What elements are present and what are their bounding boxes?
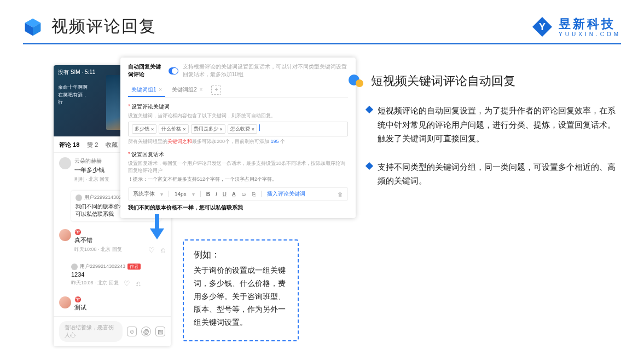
keyword-chip[interactable]: 怎么收费 × [228,124,257,134]
reply-output: 我们不同的版本价格不一样，您可以私信联系我 [128,204,348,211]
video-caption: 余命十年啊啊在笑吧有酒，行 [58,84,91,106]
brand-sub: YUUXIN.COM [559,31,621,37]
settings-hint: 支持根据评论的关键词设置回复话术，可以针对不同类型关键词设置回复话术，最多添加1… [183,63,348,78]
tab-likes[interactable]: 赞 2 [87,141,98,149]
tab-fav[interactable]: 收藏 [106,141,118,149]
page-header: 视频评论回复 Y 昱新科技 YUUXIN.COM [0,0,644,43]
heart-icon: ♡ ⎌ [148,246,165,254]
field-reply-label: *设置回复话术 [128,151,348,158]
image-icon[interactable]: ▧ [155,327,165,336]
settings-mockup: 自动回复关键词评论 支持根据评论的关键词设置回复话术，可以针对不同类型关键词设置… [120,58,356,218]
at-icon[interactable]: @ [141,327,151,336]
diamond-icon [365,162,373,169]
keyword-chip[interactable]: 多少钱 × [132,124,156,134]
insert-keyword-button[interactable]: 插入评论关键词 [267,190,305,198]
comment-text: 测试 [74,304,86,312]
author-tag: 作者 [127,264,141,270]
avatar-icon [71,264,78,270]
keyword-input[interactable]: 多少钱 × 什么价格 × 费用是多少 × 怎么收费 × [128,122,348,136]
comment-3: 用户2299214302243 作者 1234 昨天10:08 · 北京 回复♡… [54,259,171,292]
color-icon[interactable]: A [232,191,236,197]
comment-user: ♈ [74,296,86,302]
bullet-2: 支持不同类型的关键词分组，同一类问题，可设置多个相近的、高频的关键词。 [348,160,621,188]
svg-text:Y: Y [539,21,546,32]
reply-avatar-icon [76,194,82,201]
field-keyword-hint: 设置关键词，当评论框内容包含了以下关键词，则系统可自动回复。 [128,112,348,119]
comment-input[interactable]: 善语结善缘，恶言伤人心 [59,321,123,342]
cube-icon [23,17,43,37]
emoji-icon[interactable]: ☺ [241,191,247,197]
chat-bubble-icon [348,73,364,89]
close-icon[interactable]: × [158,87,163,93]
keyword-chip[interactable]: 费用是多少 × [191,124,225,134]
comment-meta: 昨天10:08 · 北京 回复♡ ⎌ [71,279,141,288]
status-bar: 没有 SIM · 5:11 [58,68,95,76]
example-callout: 例如： 关于询价的设置成一组关键词，多少钱、什么价格，费用多少等。关于咨询班型、… [183,239,299,341]
field-keyword-label: *设置评论关键词 [128,103,348,111]
page-title: 视频评论回复 [51,15,156,38]
section-header: 短视频关键词评论自动回复 [348,73,621,89]
text-cursor [259,124,260,131]
delete-icon[interactable]: 🗑 [338,191,343,197]
close-icon[interactable]: × [198,87,203,93]
svg-point-8 [356,79,363,87]
kw-tab-2[interactable]: 关键词组2 × [169,84,206,97]
bullet-1: 短视频评论的自动回复设置，为了提升作者的评论回复效率，在系统中针对常见的评论用户… [348,104,621,146]
svg-marker-6 [150,228,164,239]
section-title: 短视频关键词评论自动回复 [371,73,515,89]
brand-name: 昱新科技 [559,16,621,32]
bullet-text: 支持不同类型的关键词分组，同一类问题，可设置多个相近的、高频的关键词。 [378,160,621,188]
size-select[interactable]: 14px [175,191,187,197]
example-title: 例如： [194,249,288,261]
tab-comments[interactable]: 评论 18 [59,141,79,149]
emoji-icon[interactable]: ☺ [127,327,137,336]
settings-label: 自动回复关键词评论 [128,63,164,78]
right-column: 短视频关键词评论自动回复 短视频评论的自动回复设置，为了提升作者的评论回复效率，… [348,54,621,339]
brand-block: Y 昱新科技 YUUXIN.COM [531,16,621,38]
bullet-text: 短视频评论的自动回复设置，为了提升作者的评论回复效率，在系统中针对常见的评论用户… [378,104,621,146]
avatar [59,296,71,308]
underline-icon[interactable]: U [223,191,227,197]
brand-text-wrap: 昱新科技 YUUXIN.COM [559,16,621,37]
avatar [59,157,71,169]
mockup-area: 没有 SIM · 5:11 余命十年啊啊在笑吧有酒，行 评论 18 赞 2 收藏… [23,54,335,339]
field-reply-tip: ！提示：一个富文本框最多支持512个字符，一个汉字占用2个字符。 [128,176,348,183]
comment-user: 云朵的赫赫 [74,157,109,165]
left-column: 没有 SIM · 5:11 余命十年啊啊在笑吧有酒，行 评论 18 赞 2 收藏… [23,54,335,339]
editor-toolbar: 系统字体▾ 14px▾ B I U A ☺ ⎘ 插入评论关键词 🗑 [128,187,348,201]
keyword-footnote: 所有关键词组里的关键词之和最多可添加200个，目前剩余可添加 195 个 [128,138,348,145]
diamond-icon [365,106,373,113]
comment-text: 一年多少钱 [74,166,109,174]
comment-meta: 刚刚 · 北京 回复 [74,176,109,183]
comment-meta: 昨天10:08 · 北京 回复♡ ⎌ [74,246,165,254]
comment-4: ♈ 测试 [54,292,171,316]
comment-text: 1234 [71,271,141,278]
keyword-group-tabs: 关键词组1 × 关键词组2 × + [128,84,348,98]
arrow-down-icon [150,214,164,239]
header-left: 视频评论回复 [23,15,156,38]
kw-tab-1[interactable]: 关键词组1 × [128,84,165,97]
avatar [59,229,71,241]
keyword-chip[interactable]: 什么价格 × [159,124,188,134]
font-select[interactable]: 系统字体 [133,190,155,198]
link-icon[interactable]: ⎘ [252,191,256,197]
heart-icon: ♡ ⎌ [124,279,141,288]
content-row: 没有 SIM · 5:11 余命十年啊啊在笑吧有酒，行 评论 18 赞 2 收藏… [0,44,644,339]
comment-input-bar: 善语结善缘，恶言伤人心 ☺ @ ▧ [54,316,171,346]
toggle-switch[interactable] [169,67,178,75]
brand-icon: Y [531,16,553,38]
svg-rect-5 [155,214,159,230]
add-group-button[interactable]: + [211,85,221,95]
bold-icon[interactable]: B [206,191,210,197]
example-body: 关于询价的设置成一组关键词，多少钱、什么价格，费用多少等。关于咨询班型、版本、型… [194,264,288,329]
comment-user: 用户2299214302243 [80,263,125,270]
settings-header: 自动回复关键词评论 支持根据评论的关键词设置回复话术，可以针对不同类型关键词设置… [128,63,348,78]
italic-icon[interactable]: I [216,191,217,197]
comment3-head: 用户2299214302243 作者 [71,263,141,270]
field-reply-hint: 设置回复话术，每回复一个用户评论只发送一条话术，最多支持设置10条不同话术，按添… [128,160,348,174]
